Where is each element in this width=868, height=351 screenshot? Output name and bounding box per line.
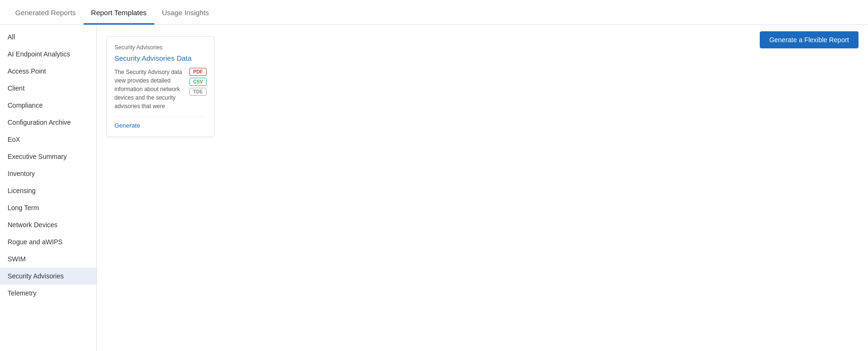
content-area: Generate a Flexible Report Security Advi… [97, 25, 868, 351]
sidebar-item-network-devices[interactable]: Network Devices [0, 216, 96, 233]
generate-flexible-report-button[interactable]: Generate a Flexible Report [760, 31, 859, 48]
sidebar-item-client[interactable]: Client [0, 80, 96, 97]
sidebar-item-rogue-awips[interactable]: Rogue and aWIPS [0, 233, 96, 250]
sidebar-item-inventory[interactable]: Inventory [0, 165, 96, 182]
sidebar-item-licensing[interactable]: Licensing [0, 182, 96, 199]
card-category: Security Advisories [114, 44, 207, 51]
sidebar-item-long-term[interactable]: Long Term [0, 199, 96, 216]
tab-report-templates[interactable]: Report Templates [84, 2, 154, 25]
badge-csv: CSV [189, 78, 207, 86]
sidebar-item-ai-endpoint[interactable]: AI Endpoint Analytics [0, 46, 96, 63]
card-footer: Generate [114, 116, 207, 129]
sidebar-item-swim[interactable]: SWIM [0, 250, 96, 268]
sidebar-item-all[interactable]: All [0, 28, 96, 46]
sidebar-item-compliance[interactable]: Compliance [0, 97, 96, 114]
badge-pdf: PDF [189, 68, 207, 76]
sidebar-item-executive-summary[interactable]: Executive Summary [0, 148, 96, 165]
sidebar-item-eox[interactable]: EoX [0, 131, 96, 148]
card-title: Security Advisories Data [114, 54, 207, 63]
tab-usage-insights[interactable]: Usage Insights [154, 2, 217, 25]
report-card-security-advisories: Security Advisories Security Advisories … [106, 36, 215, 137]
sidebar-item-telemetry[interactable]: Telemetry [0, 285, 96, 302]
sidebar-item-security-advisories[interactable]: Security Advisories [0, 268, 96, 285]
sidebar: All AI Endpoint Analytics Access Point C… [0, 25, 97, 351]
badge-tde: TDE [189, 88, 207, 96]
card-generate-link[interactable]: Generate [114, 122, 140, 129]
tab-generated-reports[interactable]: Generated Reports [8, 2, 84, 25]
tab-bar: Generated Reports Report Templates Usage… [0, 0, 868, 25]
main-layout: All AI Endpoint Analytics Access Point C… [0, 25, 868, 351]
card-badges: PDF CSV TDE [189, 68, 207, 111]
card-description: The Security Advisory data view provides… [114, 68, 185, 111]
sidebar-item-config-archive[interactable]: Configuration Archive [0, 114, 96, 131]
card-grid: Security Advisories Security Advisories … [106, 36, 859, 137]
sidebar-item-access-point[interactable]: Access Point [0, 63, 96, 80]
card-body: The Security Advisory data view provides… [114, 68, 207, 111]
